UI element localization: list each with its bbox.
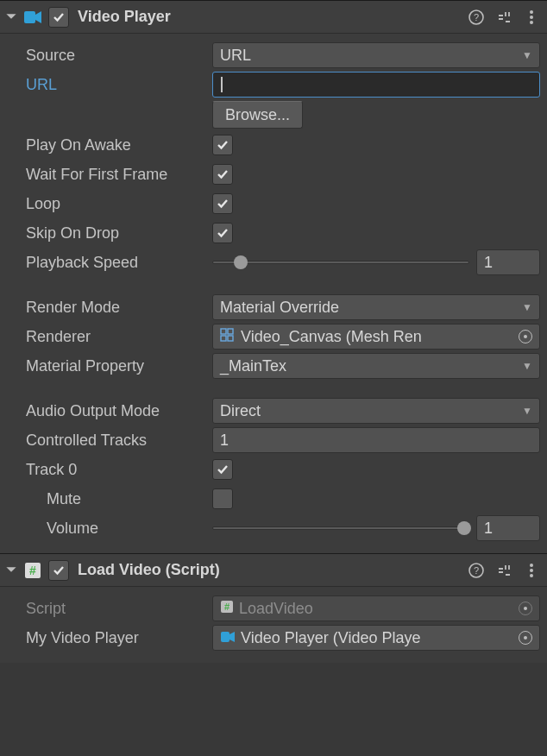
svg-text:#: # (224, 602, 229, 612)
play-on-awake-checkbox[interactable] (212, 135, 233, 155)
playback-speed-label: Playback Speed (26, 254, 212, 272)
svg-rect-19 (221, 632, 229, 642)
loop-label: Loop (26, 195, 212, 213)
preset-icon[interactable] (495, 562, 512, 579)
svg-point-4 (530, 16, 533, 19)
renderer-field[interactable]: Video_Canvas (Mesh Ren (212, 324, 540, 350)
skip-on-drop-label: Skip On Drop (26, 224, 212, 243)
object-picker-icon[interactable] (519, 631, 532, 645)
menu-icon[interactable] (523, 562, 540, 579)
skip-on-drop-checkbox[interactable] (212, 223, 233, 243)
component-enable-checkbox[interactable] (48, 560, 69, 581)
play-on-awake-label: Play On Awake (26, 136, 212, 154)
render-mode-dropdown[interactable]: Material Override ▼ (212, 294, 540, 320)
component-enable-checkbox[interactable] (48, 7, 69, 28)
render-mode-label: Render Mode (26, 299, 212, 317)
mesh-renderer-icon (220, 328, 236, 346)
component-load-video: # Load Video (Script) ? Script # LoadVid… (0, 553, 547, 663)
material-property-dropdown[interactable]: _MainTex ▼ (212, 353, 540, 379)
menu-icon[interactable] (523, 9, 540, 26)
svg-text:#: # (29, 564, 36, 577)
material-property-label: Material Property (26, 357, 212, 375)
source-value: URL (220, 47, 251, 65)
my-video-player-field[interactable]: Video Player (Video Playe (212, 625, 540, 651)
svg-point-14 (530, 564, 533, 567)
playback-speed-slider[interactable] (212, 254, 469, 271)
help-icon[interactable]: ? (468, 562, 485, 579)
script-field: # LoadVideo (212, 595, 540, 621)
video-player-icon (22, 7, 43, 28)
csharp-script-icon: # (22, 560, 43, 581)
mute-checkbox[interactable] (212, 488, 233, 509)
component-body: Script # LoadVideo My Video Player Video… (0, 587, 547, 663)
chevron-down-icon: ▼ (522, 49, 532, 61)
csharp-script-icon: # (220, 600, 234, 618)
component-header[interactable]: Video Player ? (0, 1, 547, 34)
audio-output-label: Audio Output Mode (26, 402, 212, 420)
component-title: Load Video (Script) (78, 561, 468, 579)
volume-input[interactable]: 1 (476, 515, 540, 541)
component-header[interactable]: # Load Video (Script) ? (0, 554, 547, 587)
svg-rect-9 (228, 336, 233, 341)
svg-point-3 (530, 10, 533, 14)
preset-icon[interactable] (495, 9, 512, 26)
url-label[interactable]: URL (26, 76, 212, 94)
track-0-label: Track 0 (26, 461, 212, 479)
foldout-arrow-icon[interactable] (5, 564, 19, 577)
audio-output-dropdown[interactable]: Direct ▼ (212, 398, 540, 424)
script-label: Script (26, 600, 212, 618)
controlled-tracks-input[interactable]: 1 (212, 427, 540, 453)
source-dropdown[interactable]: URL ▼ (212, 42, 540, 68)
component-title: Video Player (78, 8, 468, 26)
svg-rect-0 (24, 11, 35, 23)
volume-slider[interactable] (212, 520, 469, 537)
playback-speed-input[interactable]: 1 (476, 249, 540, 275)
component-body: Source URL ▼ URL Browse... (0, 34, 547, 553)
wait-first-frame-label: Wait For First Frame (26, 166, 212, 184)
browse-button[interactable]: Browse... (212, 101, 303, 129)
svg-text:?: ? (474, 12, 479, 22)
url-input[interactable] (212, 72, 540, 98)
svg-point-16 (530, 574, 533, 577)
object-picker-icon[interactable] (519, 330, 532, 343)
svg-rect-6 (221, 329, 226, 334)
track-0-checkbox[interactable] (212, 459, 233, 480)
controlled-tracks-label: Controlled Tracks (26, 432, 212, 450)
wait-first-frame-checkbox[interactable] (212, 164, 233, 185)
loop-checkbox[interactable] (212, 193, 233, 214)
text-cursor (221, 77, 223, 92)
svg-point-5 (530, 21, 533, 24)
object-picker-icon (519, 602, 532, 615)
chevron-down-icon: ▼ (522, 301, 532, 313)
chevron-down-icon: ▼ (522, 360, 532, 372)
svg-point-15 (530, 569, 533, 572)
svg-rect-7 (228, 329, 233, 334)
component-video-player: Video Player ? Source URL ▼ URL (0, 0, 547, 553)
foldout-arrow-icon[interactable] (5, 10, 19, 24)
svg-rect-8 (221, 336, 226, 341)
volume-label: Volume (26, 520, 212, 538)
mute-label: Mute (26, 490, 212, 508)
source-label: Source (26, 47, 212, 65)
my-video-player-label: My Video Player (26, 629, 212, 647)
chevron-down-icon: ▼ (522, 405, 532, 417)
help-icon[interactable]: ? (468, 9, 485, 26)
renderer-label: Renderer (26, 328, 212, 346)
svg-text:?: ? (474, 565, 479, 576)
video-player-icon (220, 629, 236, 647)
